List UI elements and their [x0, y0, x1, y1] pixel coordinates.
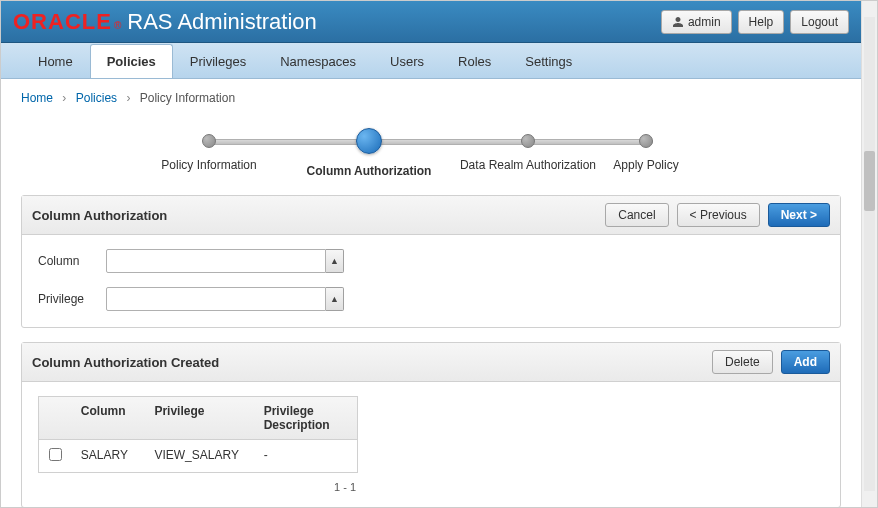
wizard-dot: [639, 134, 653, 148]
app-title: RAS Administration: [127, 9, 317, 35]
chevron-up-icon: ▲: [330, 294, 339, 304]
user-label: admin: [688, 15, 721, 29]
cell-description: -: [256, 440, 357, 472]
breadcrumb-policies[interactable]: Policies: [76, 91, 117, 105]
page-scrollbar[interactable]: [861, 1, 877, 507]
panel-column-auth-created: Column Authorization Created Delete Add …: [21, 342, 841, 507]
wizard-step-label: Policy Information: [149, 158, 269, 172]
table-header-description: Privilege Description: [256, 397, 357, 439]
column-input[interactable]: [106, 249, 326, 273]
tab-namespaces[interactable]: Namespaces: [263, 44, 373, 78]
privilege-field-label: Privilege: [38, 292, 106, 306]
brand-registered: ®: [114, 20, 121, 31]
brand-oracle: ORACLE: [13, 9, 112, 35]
wizard-step-label: Data Realm Authorization: [443, 158, 613, 172]
breadcrumb-sep: ›: [62, 91, 66, 105]
logout-button[interactable]: Logout: [790, 10, 849, 34]
app-header: ORACLE ® RAS Administration admin Help L…: [1, 1, 861, 43]
table-header-select: [39, 397, 73, 439]
brand-logo: ORACLE ® RAS Administration: [13, 9, 317, 35]
breadcrumb-home[interactable]: Home: [21, 91, 53, 105]
wizard-dot: [202, 134, 216, 148]
column-dropdown-button[interactable]: ▲: [326, 249, 344, 273]
wizard-step-policy-info: Policy Information: [149, 129, 269, 172]
cancel-button[interactable]: Cancel: [605, 203, 668, 227]
table-range: 1 - 1: [38, 477, 358, 493]
auth-table: Column Privilege Privilege Description S…: [38, 396, 358, 473]
next-button[interactable]: Next >: [768, 203, 830, 227]
row-checkbox[interactable]: [49, 448, 62, 461]
user-menu-button[interactable]: admin: [661, 10, 732, 34]
tab-privileges[interactable]: Privileges: [173, 44, 263, 78]
privilege-input[interactable]: [106, 287, 326, 311]
table-row: SALARY VIEW_SALARY -: [39, 440, 357, 472]
help-button[interactable]: Help: [738, 10, 785, 34]
breadcrumb-sep: ›: [126, 91, 130, 105]
wizard-step-column-auth: Column Authorization: [299, 129, 439, 178]
tab-settings[interactable]: Settings: [508, 44, 589, 78]
tab-roles[interactable]: Roles: [441, 44, 508, 78]
panel-column-auth-form: Column Authorization Cancel < Previous N…: [21, 195, 841, 328]
tab-users[interactable]: Users: [373, 44, 441, 78]
scrollbar-thumb[interactable]: [864, 151, 875, 211]
tab-policies[interactable]: Policies: [90, 44, 173, 78]
main-tab-bar: Home Policies Privileges Namespaces User…: [1, 43, 861, 79]
column-field-label: Column: [38, 254, 106, 268]
table-header-privilege: Privilege: [146, 397, 255, 439]
delete-button[interactable]: Delete: [712, 350, 773, 374]
wizard-step-apply: Apply Policy: [601, 129, 691, 172]
breadcrumb-current: Policy Information: [140, 91, 235, 105]
user-icon: [672, 16, 684, 28]
wizard-step-label: Apply Policy: [601, 158, 691, 172]
wizard-step-data-realm: Data Realm Authorization: [443, 129, 613, 172]
panel-title: Column Authorization Created: [32, 355, 219, 370]
add-button[interactable]: Add: [781, 350, 830, 374]
breadcrumb: Home › Policies › Policy Information: [1, 79, 861, 111]
panel-title: Column Authorization: [32, 208, 167, 223]
cell-privilege: VIEW_SALARY: [146, 440, 255, 472]
wizard-step-label: Column Authorization: [299, 164, 439, 178]
tab-home[interactable]: Home: [21, 44, 90, 78]
table-header-column: Column: [73, 397, 147, 439]
cell-column: SALARY: [73, 440, 147, 472]
privilege-dropdown-button[interactable]: ▲: [326, 287, 344, 311]
wizard-steps: Policy Information Column Authorization …: [1, 111, 861, 181]
previous-button[interactable]: < Previous: [677, 203, 760, 227]
wizard-dot: [356, 128, 382, 154]
chevron-up-icon: ▲: [330, 256, 339, 266]
wizard-dot: [521, 134, 535, 148]
